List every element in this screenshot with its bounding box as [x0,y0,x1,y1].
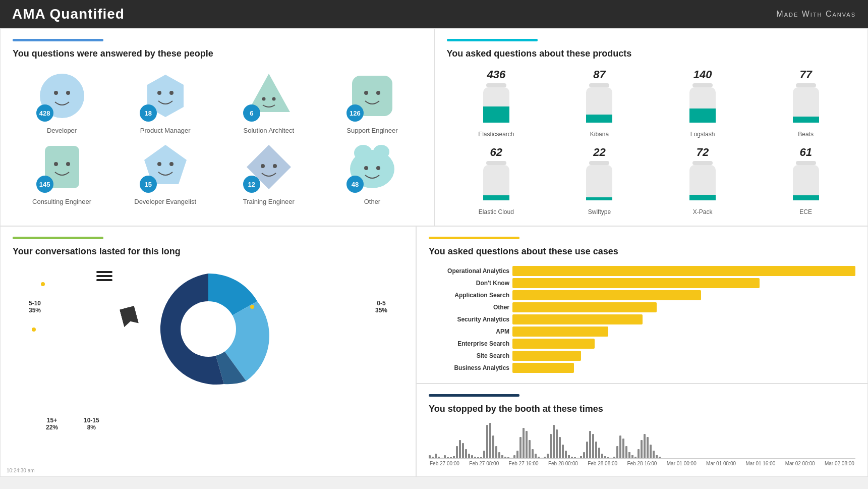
svg-rect-35 [796,83,816,87]
label-kibana: Kibana [590,131,609,138]
badge-de: 15 [140,176,157,193]
badge-other: 48 [346,176,364,193]
svg-point-11 [376,91,380,95]
tl-label-7: Mar 01 00:00 [667,461,697,466]
svg-point-5 [169,91,173,95]
label-elastic-cloud: Elastic Cloud [479,208,514,215]
tl-label-5: Feb 28 08:00 [588,461,617,466]
avatar-wrapper-de: 15 [138,139,193,195]
bar-track-other [512,302,657,312]
svg-point-4 [157,91,161,95]
label-other: Other [364,198,381,205]
use-cases-accent-bar [429,237,519,239]
people-title: You questions were answered by these peo… [13,48,422,59]
legend-10-15: 10-15 8% [84,417,99,431]
label-ece: ECE [799,208,812,215]
svg-point-22 [354,145,372,161]
svg-point-17 [169,162,173,166]
bottle-logstash [685,83,720,129]
bar-row-enterprise: Enterprise Search [429,339,855,349]
svg-rect-28 [483,106,509,123]
svg-rect-37 [793,117,819,123]
bar-track-appsearch [512,290,701,300]
tl-label-8: Mar 01 08:00 [706,461,736,466]
use-case-bars: Operational Analytics Don't Know Applica… [429,266,855,373]
tl-label-3: Feb 27 16:00 [509,461,539,466]
badge-sa: 6 [243,104,260,122]
bar-row-other: Other [429,302,855,312]
svg-point-19 [261,164,265,168]
label-swiftype: Swiftype [588,208,611,215]
legend-0-5: 0-5 35% [375,300,387,314]
bar-row-apm: APM [429,327,855,337]
product-beats: 77 Beats [756,68,855,138]
bar-track-dontknow [512,278,760,288]
product-swiftype: 22 Swiftype [550,146,649,215]
label-pm: Product Manager [140,127,191,134]
tl-label-6: Feb 28 16:00 [627,461,657,466]
svg-point-1 [54,91,58,95]
person-dev-evangelist: 15 Developer Evangelist [116,139,214,205]
bar-track-apm [512,327,608,337]
product-xpack: 72 X-Pack [653,146,753,215]
bar-label-appsearch: Application Search [429,292,509,299]
product-ece: 61 ECE [756,146,855,215]
app-title: AMA Quantified [12,6,125,22]
badge-se: 126 [346,104,364,122]
count-logstash: 140 [693,68,712,81]
person-support-engineer: 126 Support Engineer [323,68,421,134]
products-title: You asked questions about these products [447,48,856,59]
badge-developer: 428 [36,104,53,122]
timeline-labels: Feb 27 00:00 Feb 27 08:00 Feb 27 16:00 F… [429,461,855,466]
person-developer: 428 Developer [13,68,111,134]
dot-decoration-3 [250,305,254,309]
header: AMA Quantified Made With Canvas [0,0,868,28]
timeline-panel: You stopped by the booth at these times [416,384,868,477]
bar-row-operational: Operational Analytics [429,266,855,276]
svg-rect-41 [589,161,609,165]
label-developer: Developer [47,127,77,134]
pie-chart [138,266,279,392]
product-kibana: 87 Kibana [550,68,649,138]
bar-label-apm: APM [429,328,509,335]
timeline-title: You stopped by the booth at these times [429,404,855,414]
conversations-accent-bar [13,237,103,239]
right-column: You asked questions about these use case… [416,226,868,477]
svg-point-13 [54,162,58,166]
svg-rect-40 [483,195,509,200]
label-xpack: X-Pack [693,208,713,215]
avatar-wrapper-sa: 6 [241,68,297,124]
bar-label-security: Security Analytics [429,316,509,323]
bar-label-enterprise: Enterprise Search [429,340,509,347]
svg-rect-39 [483,165,509,200]
bar-track-site [512,351,581,361]
product-elasticsearch: 436 Elasticsearch [447,68,546,138]
badge-te: 12 [243,176,260,193]
svg-rect-42 [586,165,612,200]
legend-15plus: 15+ 22% [46,417,58,431]
timeline-accent-bar [429,394,519,397]
bar-row-security: Security Analytics [429,314,855,324]
use-cases-title: You asked questions about these use case… [429,246,855,257]
bar-track-security [512,314,643,324]
tl-label-11: Mar 02 08:00 [825,461,854,466]
label-de: Developer Evangelist [134,198,196,205]
bottle-ece [789,161,823,206]
brand-label: Made With Canvas [776,10,856,19]
svg-rect-32 [692,83,713,87]
svg-point-10 [364,91,368,95]
svg-point-2 [66,91,70,95]
svg-rect-29 [589,83,609,87]
product-elastic-cloud: 62 Elastic Cloud [447,146,546,215]
avatar-wrapper-te: 12 [241,139,297,195]
svg-point-20 [273,164,277,168]
person-other: 48 Other [323,139,421,205]
tl-label-2: Feb 27 08:00 [469,461,499,466]
person-training-engineer: 12 Training Engineer [219,139,318,205]
count-kibana: 87 [593,68,605,81]
bar-track-operational [512,266,855,276]
bar-track-business [512,363,574,373]
bar-track-enterprise [512,339,595,349]
avatar-wrapper-other: 48 [344,139,400,195]
svg-point-23 [373,145,389,159]
